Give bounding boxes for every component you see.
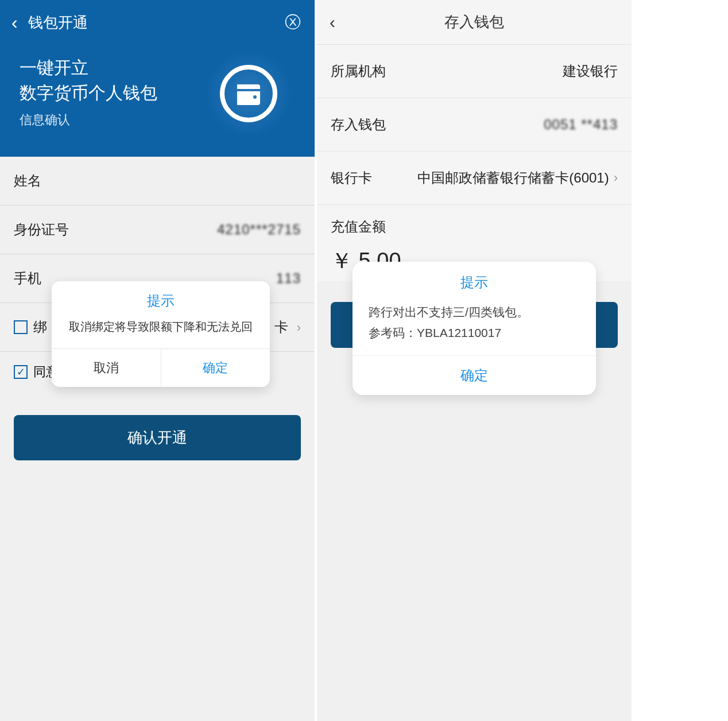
dialog-ok-button[interactable]: 确定: [353, 355, 596, 395]
alert-dialog-right: 提示 跨行对出不支持三/四类钱包。 参考码：YBLA12110017 确定: [353, 262, 596, 395]
org-value: 建设银行: [563, 62, 618, 80]
header-bar-right: ‹ 存入钱包: [317, 0, 632, 45]
card-label: 银行卡: [331, 169, 372, 187]
card-value: 中国邮政储蓄银行储蓄卡(6001) ›: [417, 169, 618, 187]
wallet-icon: [220, 65, 277, 122]
field-idcard[interactable]: 身份证号 4210***2715: [0, 206, 315, 254]
page-title: 钱包开通: [28, 13, 88, 33]
row-bankcard[interactable]: 银行卡 中国邮政储蓄银行储蓄卡(6001) ›: [317, 152, 632, 205]
dialog-cancel-button[interactable]: 取消: [52, 349, 161, 387]
field-name[interactable]: 姓名: [0, 157, 315, 206]
dialog-title: 提示: [52, 281, 270, 315]
screenshot-left-phone: ‹ 钱包开通 ⓧ 一键开立 数字货币个人钱包 信息确认 姓名 身份证号 4210…: [0, 0, 315, 721]
field-phone-value: 113: [276, 270, 301, 286]
dialog-title: 提示: [353, 262, 596, 299]
close-icon[interactable]: ⓧ: [285, 11, 301, 33]
field-phone-label: 手机: [14, 269, 41, 288]
dialog-ok-button[interactable]: 确定: [161, 349, 270, 387]
amount-label: 充值金额: [331, 218, 618, 236]
dialog-line1: 跨行对出不支持三/四类钱包。: [369, 302, 580, 323]
chevron-right-icon: ›: [614, 170, 618, 185]
dialog-body: 跨行对出不支持三/四类钱包。 参考码：YBLA12110017: [353, 299, 596, 355]
banner: 一键开立 数字货币个人钱包 信息确认: [0, 45, 315, 157]
dialog-buttons: 取消 确定: [52, 348, 270, 387]
dialog-body: 取消绑定将导致限额下降和无法兑回: [52, 315, 270, 348]
field-id-label: 身份证号: [14, 220, 69, 239]
page-title: 存入钱包: [444, 12, 504, 32]
bank-label-partial: 绑: [33, 318, 47, 336]
field-id-value: 4210***2715: [217, 222, 301, 238]
field-name-label: 姓名: [14, 172, 41, 190]
row-wallet: 存入钱包 0051 **413: [317, 98, 632, 152]
wallet-label: 存入钱包: [331, 115, 386, 134]
field-card-suffix: 卡 ›: [274, 318, 301, 336]
agree-checkbox[interactable]: ✓: [14, 365, 28, 379]
back-icon[interactable]: ‹: [11, 12, 18, 33]
bank-checkbox[interactable]: [14, 320, 28, 334]
chevron-right-icon: ›: [297, 320, 301, 335]
screenshot-right-phone: ‹ 存入钱包 所属机构 建设银行 存入钱包 0051 **413 银行卡 中国邮…: [317, 0, 632, 721]
header-bar: ‹ 钱包开通 ⓧ: [0, 0, 315, 45]
dialog-line2: 参考码：YBLA12110017: [369, 323, 580, 343]
wallet-icon-circle: [206, 51, 292, 137]
org-label: 所属机构: [331, 62, 386, 80]
row-organization: 所属机构 建设银行: [317, 45, 632, 98]
back-icon[interactable]: ‹: [330, 13, 335, 32]
wallet-value: 0051 **413: [544, 117, 618, 133]
confirm-open-button[interactable]: 确认开通: [14, 415, 301, 460]
alert-dialog-left: 提示 取消绑定将导致限额下降和无法兑回 取消 确定: [52, 281, 270, 387]
